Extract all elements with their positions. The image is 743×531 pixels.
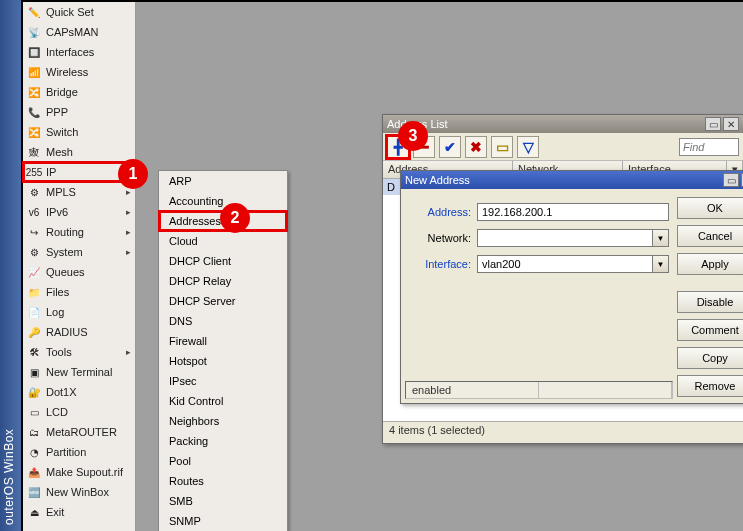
- log-icon: 📄: [27, 305, 41, 319]
- enable-button[interactable]: ✔: [439, 136, 461, 158]
- sidebar-item-queues[interactable]: 📈Queues: [23, 262, 135, 282]
- address-input[interactable]: [477, 203, 669, 221]
- submenu-item-ipsec[interactable]: IPsec: [159, 371, 287, 391]
- bridge-icon: 🔀: [27, 85, 41, 99]
- files-icon: 📁: [27, 285, 41, 299]
- sidebar-item-radius[interactable]: 🔑RADIUS: [23, 322, 135, 342]
- interface-input[interactable]: [477, 255, 653, 273]
- submenu-item-packing[interactable]: Packing: [159, 431, 287, 451]
- interface-dropdown-icon[interactable]: ▼: [653, 255, 669, 273]
- sidebar-item-label: Log: [46, 306, 64, 318]
- submenu-item-dhcp-relay[interactable]: DHCP Relay: [159, 271, 287, 291]
- sidebar-item-ppp[interactable]: 📞PPP: [23, 102, 135, 122]
- submenu-item-cloud[interactable]: Cloud: [159, 231, 287, 251]
- sidebar-item-label: Tools: [46, 346, 72, 358]
- sidebar-item-exit[interactable]: ⏏Exit: [23, 502, 135, 522]
- sidebar-item-new-winbox[interactable]: 🆕New WinBox: [23, 482, 135, 502]
- sidebar: ✏️Quick Set📡CAPsMAN🔲Interfaces📶Wireless🔀…: [23, 2, 136, 531]
- new-address-window: New Address ▭ ✕ Address: Network: ▼ Inte…: [400, 170, 743, 404]
- address-list-toolbar: ╋ ━ ✔ ✖ ▭ ▽: [383, 133, 743, 161]
- sidebar-item-system[interactable]: ⚙System▸: [23, 242, 135, 262]
- sidebar-item-lcd[interactable]: ▭LCD: [23, 402, 135, 422]
- new-winbox-icon: 🆕: [27, 485, 41, 499]
- sidebar-item-label: MPLS: [46, 186, 76, 198]
- sidebar-item-label: IPv6: [46, 206, 68, 218]
- desktop-area: ✏️Quick Set📡CAPsMAN🔲Interfaces📶Wireless🔀…: [21, 0, 743, 531]
- sidebar-item-label: Wireless: [46, 66, 88, 78]
- sidebar-item-wireless[interactable]: 📶Wireless: [23, 62, 135, 82]
- disable-button[interactable]: Disable: [677, 291, 743, 313]
- sidebar-item-label: RADIUS: [46, 326, 88, 338]
- address-list-status: 4 items (1 selected): [383, 421, 743, 439]
- submenu-item-hotspot[interactable]: Hotspot: [159, 351, 287, 371]
- submenu-item-pool[interactable]: Pool: [159, 451, 287, 471]
- sidebar-item-switch[interactable]: 🔀Switch: [23, 122, 135, 142]
- submenu-item-smb[interactable]: SMB: [159, 491, 287, 511]
- sidebar-item-bridge[interactable]: 🔀Bridge: [23, 82, 135, 102]
- ok-button[interactable]: OK: [677, 197, 743, 219]
- cancel-button[interactable]: Cancel: [677, 225, 743, 247]
- comment-button[interactable]: Comment: [677, 319, 743, 341]
- submenu-item-dhcp-server[interactable]: DHCP Server: [159, 291, 287, 311]
- network-dropdown-icon[interactable]: ▼: [653, 229, 669, 247]
- sidebar-item-routing[interactable]: ↪Routing▸: [23, 222, 135, 242]
- copy-button[interactable]: Copy: [677, 347, 743, 369]
- queues-icon: 📈: [27, 265, 41, 279]
- sidebar-item-quick-set[interactable]: ✏️Quick Set: [23, 2, 135, 22]
- sidebar-item-metarouter[interactable]: 🗂MetaROUTER: [23, 422, 135, 442]
- capsman-icon: 📡: [27, 25, 41, 39]
- address-list-titlebar[interactable]: Address List ▭ ✕: [383, 115, 743, 133]
- sidebar-item-interfaces[interactable]: 🔲Interfaces: [23, 42, 135, 62]
- exit-icon: ⏏: [27, 505, 41, 519]
- submenu-arrow-icon: ▸: [126, 227, 131, 237]
- lcd-icon: ▭: [27, 405, 41, 419]
- submenu-item-firewall[interactable]: Firewall: [159, 331, 287, 351]
- sidebar-item-mpls[interactable]: ⚙MPLS▸: [23, 182, 135, 202]
- sidebar-item-dot1x[interactable]: 🔐Dot1X: [23, 382, 135, 402]
- sidebar-item-mesh[interactable]: 🕸Mesh: [23, 142, 135, 162]
- status-blank: [539, 382, 672, 398]
- sidebar-item-capsman[interactable]: 📡CAPsMAN: [23, 22, 135, 42]
- make-supout.rif-icon: 📤: [27, 465, 41, 479]
- remove-button[interactable]: Remove: [677, 375, 743, 397]
- sidebar-item-make-supout.rif[interactable]: 📤Make Supout.rif: [23, 462, 135, 482]
- minimize-icon[interactable]: ▭: [705, 117, 721, 131]
- comment-button[interactable]: ▭: [491, 136, 513, 158]
- system-icon: ⚙: [27, 245, 41, 259]
- submenu-item-dhcp-client[interactable]: DHCP Client: [159, 251, 287, 271]
- partition-icon: ◔: [27, 445, 41, 459]
- submenu-item-arp[interactable]: ARP: [159, 171, 287, 191]
- sidebar-item-label: CAPsMAN: [46, 26, 99, 38]
- sidebar-item-label: PPP: [46, 106, 68, 118]
- sidebar-item-tools[interactable]: 🛠Tools▸: [23, 342, 135, 362]
- new-address-titlebar[interactable]: New Address ▭ ✕: [401, 171, 743, 189]
- disable-button[interactable]: ✖: [465, 136, 487, 158]
- submenu-item-snmp[interactable]: SNMP: [159, 511, 287, 531]
- callout-3: 3: [398, 121, 428, 151]
- submenu-item-routes[interactable]: Routes: [159, 471, 287, 491]
- sidebar-item-label: System: [46, 246, 83, 258]
- sidebar-item-log[interactable]: 📄Log: [23, 302, 135, 322]
- new-address-body: Address: Network: ▼ Interface: ▼ enabled: [401, 189, 743, 403]
- new-address-title: New Address: [405, 174, 470, 186]
- submenu-item-dns[interactable]: DNS: [159, 311, 287, 331]
- submenu-item-kid-control[interactable]: Kid Control: [159, 391, 287, 411]
- minimize-icon[interactable]: ▭: [723, 173, 739, 187]
- sidebar-item-ipv6[interactable]: v6IPv6▸: [23, 202, 135, 222]
- mesh-icon: 🕸: [27, 145, 41, 159]
- find-input[interactable]: [679, 138, 739, 156]
- tools-icon: 🛠: [27, 345, 41, 359]
- sidebar-item-new-terminal[interactable]: ▣New Terminal: [23, 362, 135, 382]
- sidebar-item-partition[interactable]: ◔Partition: [23, 442, 135, 462]
- sidebar-item-files[interactable]: 📁Files: [23, 282, 135, 302]
- sidebar-item-label: Queues: [46, 266, 85, 278]
- submenu-item-neighbors[interactable]: Neighbors: [159, 411, 287, 431]
- filter-button[interactable]: ▽: [517, 136, 539, 158]
- routing-icon: ↪: [27, 225, 41, 239]
- close-icon[interactable]: ✕: [723, 117, 739, 131]
- switch-icon: 🔀: [27, 125, 41, 139]
- wireless-icon: 📶: [27, 65, 41, 79]
- submenu-arrow-icon: ▸: [126, 207, 131, 217]
- network-input[interactable]: [477, 229, 653, 247]
- apply-button[interactable]: Apply: [677, 253, 743, 275]
